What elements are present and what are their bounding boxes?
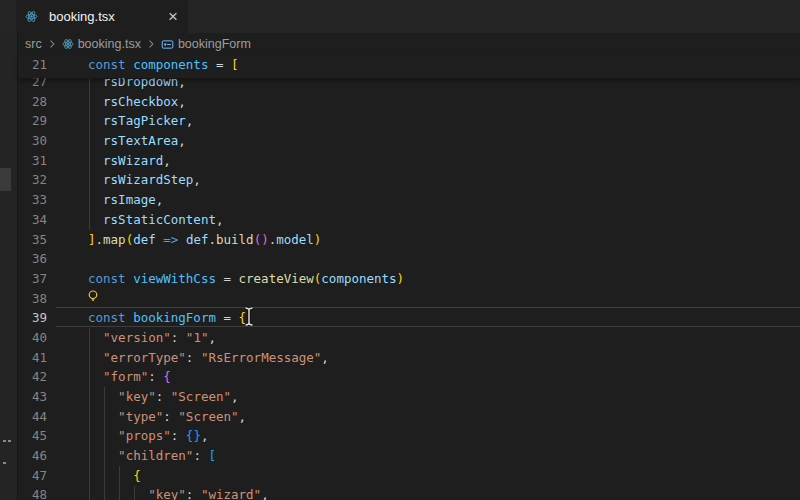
code-token: build <box>216 232 254 247</box>
code-token: ) <box>397 271 405 286</box>
line-number[interactable]: 47 <box>18 466 47 486</box>
code-token: map <box>103 232 126 247</box>
code-token: : <box>186 487 201 500</box>
symbol-variable-icon <box>161 38 174 51</box>
code-token: [ <box>231 57 239 72</box>
code-token: "children" <box>118 448 193 463</box>
code-token: , <box>178 94 186 109</box>
code-token: "type" <box>118 409 163 424</box>
code-token: rsTextArea <box>88 133 178 148</box>
react-file-icon <box>25 10 38 23</box>
code-line[interactable]: 34 rsStaticContent, <box>18 210 800 230</box>
line-number[interactable]: 48 <box>18 485 47 500</box>
code-line[interactable]: 39const bookingForm = { <box>18 308 800 328</box>
code-line[interactable]: 21const components = [ <box>18 52 800 78</box>
breadcrumb-src[interactable]: src <box>25 37 42 51</box>
code-line[interactable]: 42 "form": { <box>18 367 800 387</box>
code-token: , <box>156 192 164 207</box>
line-number[interactable]: 30 <box>18 131 47 151</box>
code-line[interactable]: 28 rsCheckbox, <box>18 92 800 112</box>
code-token: : <box>171 330 186 345</box>
line-number[interactable]: 46 <box>18 446 47 466</box>
code-line[interactable]: 32 rsWizardStep, <box>18 170 800 190</box>
code-token: const <box>88 271 133 286</box>
code-line[interactable]: 41 "errorType": "RsErrorMessage", <box>18 348 800 368</box>
code-token: = <box>208 57 231 72</box>
code-line[interactable]: 44 "type": "Screen", <box>18 407 800 427</box>
code-token: "Screen" <box>171 389 231 404</box>
code-token: def <box>186 232 209 247</box>
code-token: createView <box>239 271 314 286</box>
line-number[interactable]: 45 <box>18 426 47 446</box>
line-number[interactable]: 39 <box>18 308 47 328</box>
code-token: const <box>88 310 133 325</box>
code-line[interactable]: 45 "props": {}, <box>18 426 800 446</box>
breadcrumb-symbol[interactable]: bookingForm <box>178 37 251 51</box>
line-number[interactable]: 43 <box>18 387 47 407</box>
code-line[interactable]: 35].map(def => def.build().model) <box>18 230 800 250</box>
code-token: . <box>208 232 216 247</box>
sticky-scroll-line[interactable]: 21const components = [ <box>18 52 800 78</box>
code-token: { <box>133 468 141 483</box>
code-line[interactable]: 38 <box>18 289 800 309</box>
code-line[interactable]: 30 rsTextArea, <box>18 131 800 151</box>
code-line[interactable]: 36 <box>18 249 800 269</box>
line-number[interactable]: 41 <box>18 348 47 368</box>
line-number[interactable]: 33 <box>18 190 47 210</box>
line-number[interactable]: 38 <box>18 289 47 309</box>
minimap-speck <box>8 440 11 442</box>
code-token: ] <box>88 232 96 247</box>
line-number[interactable]: 42 <box>18 367 47 387</box>
line-number[interactable]: 28 <box>18 92 47 112</box>
code-line[interactable]: 31 rsWizard, <box>18 151 800 171</box>
minimap-slider-fragment[interactable] <box>0 168 11 191</box>
code-line[interactable]: 40 "version": "1", <box>18 328 800 348</box>
code-token: const <box>88 57 133 72</box>
code-token: () <box>254 232 269 247</box>
code-line[interactable]: 48 "key": "wizard", <box>18 485 800 500</box>
code-token <box>178 232 186 247</box>
line-number[interactable]: 35 <box>18 230 47 250</box>
line-number[interactable]: 21 <box>18 52 47 78</box>
breadcrumb-file[interactable]: booking.tsx <box>78 37 141 51</box>
minimap-speck <box>3 462 6 464</box>
adjacent-pane-sliver <box>0 33 18 500</box>
code-token: , <box>321 350 329 365</box>
code-token: , <box>239 409 247 424</box>
code-token: rsWizardStep <box>88 172 193 187</box>
line-number[interactable]: 32 <box>18 170 47 190</box>
line-number[interactable]: 34 <box>18 210 47 230</box>
close-icon[interactable]: × <box>168 8 178 25</box>
tab-booking-tsx[interactable]: booking.tsx × <box>16 0 188 33</box>
code-token: : <box>163 409 178 424</box>
code-token <box>88 487 148 500</box>
line-number[interactable]: 31 <box>18 151 47 171</box>
code-token: : <box>148 369 163 384</box>
code-line[interactable]: 46 "children": [ <box>18 446 800 466</box>
code-token: rsStaticContent <box>88 212 216 227</box>
code-token: , <box>163 153 171 168</box>
code-token: , <box>261 487 269 500</box>
react-file-icon <box>62 38 74 50</box>
code-token <box>88 330 103 345</box>
code-token: "wizard" <box>201 487 261 500</box>
code-line[interactable]: 29 rsTagPicker, <box>18 111 800 131</box>
code-line[interactable]: 37const viewWithCss = createView(compone… <box>18 269 800 289</box>
code-line[interactable]: 47 { <box>18 466 800 486</box>
lightbulb-icon[interactable] <box>86 289 100 308</box>
code-token <box>88 389 118 404</box>
line-number[interactable]: 44 <box>18 407 47 427</box>
code-line[interactable]: 43 "key": "Screen", <box>18 387 800 407</box>
line-number[interactable]: 37 <box>18 269 47 289</box>
code-token: model <box>276 232 314 247</box>
ibeam-mouse-cursor <box>243 306 255 331</box>
line-number[interactable]: 36 <box>18 249 47 269</box>
line-number[interactable]: 29 <box>18 111 47 131</box>
code-token: {} <box>186 428 201 443</box>
line-number[interactable]: 40 <box>18 328 47 348</box>
code-token: "key" <box>148 487 186 500</box>
code-area[interactable]: 27 rsDropdown,28 rsCheckbox,29 rsTagPick… <box>18 72 800 500</box>
code-token <box>88 350 103 365</box>
code-line[interactable]: 33 rsImage, <box>18 190 800 210</box>
code-token: , <box>178 133 186 148</box>
